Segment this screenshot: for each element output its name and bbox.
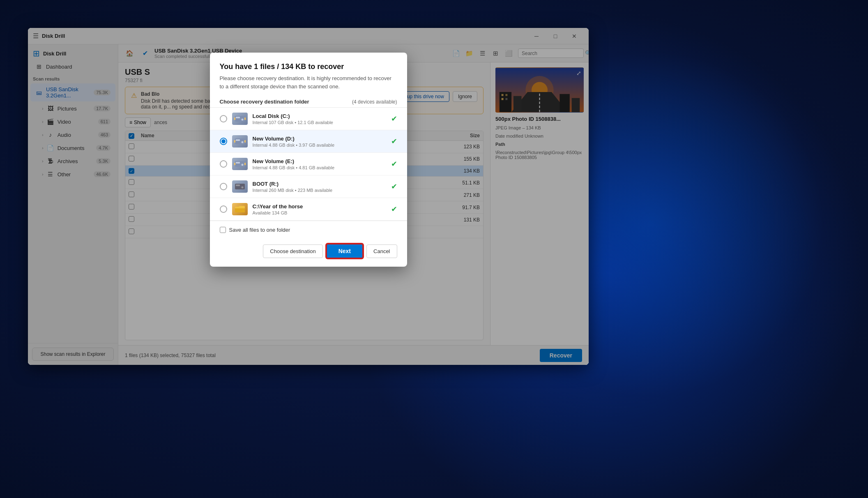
disk-svg (234, 114, 246, 123)
modal-overlay: You have 1 files / 134 KB to recover Ple… (28, 28, 589, 365)
device-name-e: New Volume (E:) (253, 158, 386, 164)
radio-folder[interactable] (220, 205, 227, 213)
device-item-folder[interactable]: C:\Year of the horse Available 134 GB ✔ (210, 198, 407, 221)
save-to-folder-label[interactable]: Save all files to one folder (220, 227, 290, 233)
device-check-folder: ✔ (391, 205, 397, 214)
svg-point-15 (241, 119, 243, 121)
svg-rect-26 (234, 163, 235, 165)
device-item-e[interactable]: New Volume (E:) Internal 4.88 GB disk • … (210, 153, 407, 175)
modal-buttons: Choose destination Next Cancel (210, 239, 407, 267)
device-meta-e: Internal 4.88 GB disk • 4.81 GB availabl… (253, 165, 386, 170)
choose-destination-button[interactable]: Choose destination (263, 244, 322, 258)
device-item-r[interactable]: BOOT (R:) Internal 260 MB disk • 223 MB … (210, 175, 407, 198)
modal-title: You have 1 files / 134 KB to recover (220, 62, 397, 71)
save-folder-checkbox[interactable] (220, 227, 226, 233)
device-name-folder: C:\Year of the horse (253, 203, 386, 210)
radio-e[interactable] (220, 160, 227, 168)
device-meta-r: Internal 260 MB disk • 223 MB available (253, 188, 386, 193)
device-item-c[interactable]: Local Disk (C:) Internal 107 GB disk • 1… (210, 108, 407, 130)
modal-section-label: Choose recovery destination folder (4 de… (210, 94, 407, 107)
radio-c[interactable] (220, 115, 227, 122)
svg-point-25 (241, 164, 243, 166)
device-icon-r (232, 180, 248, 193)
device-item-d[interactable]: New Volume (D:) Internal 4.88 GB disk • … (210, 130, 407, 153)
device-check-r: ✔ (391, 182, 397, 191)
device-info-r: BOOT (R:) Internal 260 MB disk • 223 MB … (253, 181, 386, 193)
device-meta-c: Internal 107 GB disk • 12.1 GB available (253, 120, 386, 125)
device-icon-e (232, 158, 248, 170)
svg-rect-19 (236, 139, 240, 141)
section-label-text: Choose recovery destination folder (220, 99, 309, 105)
modal-subtitle: Please choose recovery destination. It i… (220, 74, 397, 90)
device-info-d: New Volume (D:) Internal 4.88 GB disk • … (253, 136, 386, 148)
folder-svg (234, 204, 246, 214)
device-check-d: ✔ (391, 137, 397, 146)
modal-header: You have 1 files / 134 KB to recover Ple… (210, 53, 407, 94)
device-check-c: ✔ (391, 114, 397, 123)
svg-point-30 (241, 187, 243, 189)
disk-svg-r (234, 182, 246, 191)
device-icon-d (232, 135, 248, 148)
device-info-e: New Volume (E:) Internal 4.88 GB disk • … (253, 158, 386, 170)
device-name-r: BOOT (R:) (253, 181, 386, 187)
device-meta-d: Internal 4.88 GB disk • 3.97 GB availabl… (253, 143, 386, 148)
svg-rect-21 (234, 140, 235, 143)
svg-rect-24 (236, 162, 240, 164)
cancel-button[interactable]: Cancel (366, 244, 397, 258)
svg-rect-16 (234, 118, 235, 120)
svg-rect-29 (236, 184, 240, 186)
svg-rect-14 (236, 117, 240, 118)
disk-svg-e (234, 159, 246, 168)
save-folder-text: Save all files to one folder (229, 227, 290, 233)
recovery-destination-modal: You have 1 files / 134 KB to recover Ple… (210, 53, 407, 267)
modal-device-list: Local Disk (C:) Internal 107 GB disk • 1… (210, 107, 407, 221)
device-icon-c (232, 113, 248, 125)
modal-footer-options: Save all files to one folder (210, 221, 407, 239)
device-icon-folder (232, 203, 248, 215)
devices-count: (4 devices available) (352, 99, 397, 105)
radio-r[interactable] (220, 183, 227, 190)
svg-rect-27 (244, 163, 246, 165)
disk-svg-d (234, 137, 246, 146)
device-info-folder: C:\Year of the horse Available 134 GB (253, 203, 386, 215)
device-name-d: New Volume (D:) (253, 136, 386, 142)
svg-point-20 (241, 141, 243, 143)
svg-rect-22 (244, 140, 246, 143)
device-meta-folder: Available 134 GB (253, 210, 386, 215)
app-window: ☰ Disk Drill ─ □ ✕ ⊞ Disk Drill ⊞ Dashbo… (28, 28, 589, 365)
device-check-e: ✔ (391, 159, 397, 168)
device-name-c: Local Disk (C:) (253, 113, 386, 119)
svg-rect-17 (244, 118, 246, 120)
device-info-c: Local Disk (C:) Internal 107 GB disk • 1… (253, 113, 386, 125)
radio-d[interactable] (220, 138, 227, 145)
next-button[interactable]: Next (326, 244, 363, 258)
